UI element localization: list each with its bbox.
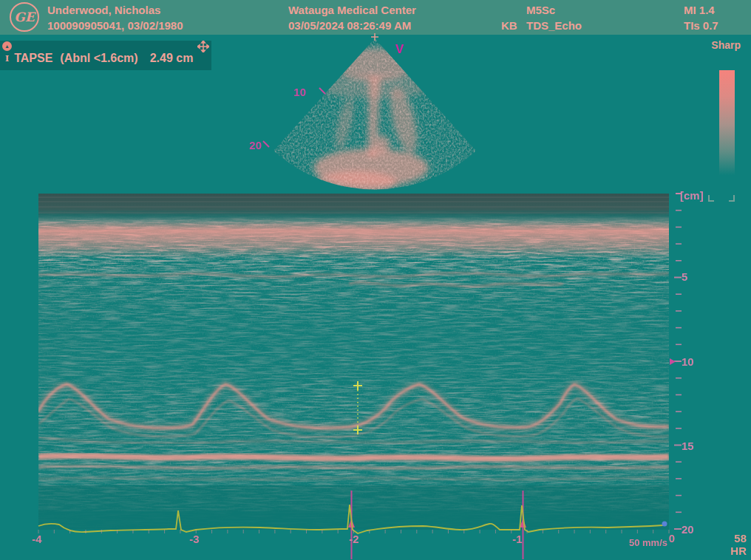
grayscale-colorbar: [719, 70, 735, 175]
operator-initials: KB: [501, 19, 517, 32]
ge-monogram: GE: [14, 10, 34, 24]
measurement-result-box[interactable]: ▴ ITAPSE(Abnl <1.6cm)2.49 cm: [0, 41, 211, 70]
time-label-neg3: -3: [180, 533, 209, 545]
measurement-range-note: (Abnl <1.6cm): [60, 52, 137, 64]
collapse-chevron-icon[interactable]: ▴: [2, 41, 12, 51]
exam-datetime: 03/05/2024 08:26:49 AM: [288, 19, 411, 32]
ge-logo-icon: GE: [10, 2, 39, 32]
depth-label-5: 5: [682, 270, 704, 283]
thumb-depth-10: 10: [293, 86, 306, 98]
time-label-neg1: -1: [503, 533, 532, 545]
patient-name: Underwood, Nicholas: [47, 4, 160, 16]
time-label-neg4: -4: [22, 533, 52, 545]
roi-bracket-icon: [704, 192, 739, 205]
mmode-trace-image: [38, 194, 669, 530]
probe-model: M5Sc: [526, 4, 555, 16]
depth-axis-ticks: [674, 211, 682, 529]
patient-id-dob: 100090905041, 03/02/1980: [47, 19, 183, 32]
measurement-value: 2.49 cm: [150, 52, 194, 64]
depth-label-10: 10: [682, 355, 704, 368]
sharpness-status: Sharp: [695, 39, 741, 51]
heart-rate-value: 58: [710, 532, 747, 544]
caliper-marker-glyph: I: [5, 54, 9, 64]
sweep-speed-label: 50 mm/s: [591, 537, 667, 548]
heart-rate-label: HR: [710, 544, 747, 557]
v-sample-marker: V: [395, 42, 404, 56]
header-bar: GE Underwood, Nicholas 100090905041, 03/…: [0, 0, 751, 35]
move-handle-icon[interactable]: [197, 41, 209, 52]
depth-unit-label: [cm]: [680, 189, 704, 202]
ti-index: TIs 0.7: [684, 19, 718, 32]
thumb-depth-20: 20: [249, 139, 262, 151]
depth-label-15: 15: [682, 440, 704, 452]
facility-name: Watauga Medical Center: [288, 4, 416, 16]
2d-reference-image: 10 20 V: [244, 33, 488, 192]
measurement-text: ITAPSE(Abnl <1.6cm)2.49 cm: [3, 52, 210, 65]
measurement-label: TAPSE: [14, 52, 52, 64]
apex-caliper-icon: [371, 33, 378, 41]
exam-preset: TDS_Echo: [526, 19, 582, 32]
focus-depth-arrow: [670, 358, 676, 365]
mi-index: MI 1.4: [684, 4, 715, 16]
time-label-neg2: -2: [339, 533, 369, 545]
